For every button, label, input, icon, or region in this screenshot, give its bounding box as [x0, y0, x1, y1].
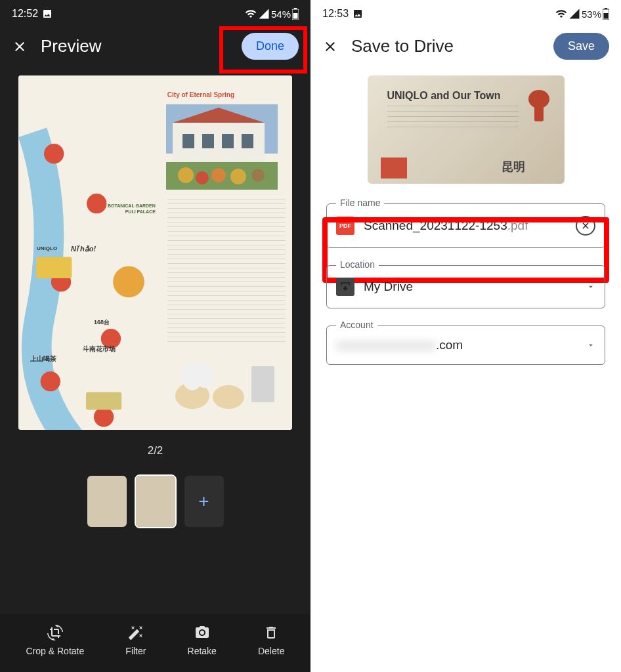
account-field[interactable]: Account xxxxxxxxxxxxxxxx.com: [326, 326, 605, 365]
status-bar-left: 12:52 54%: [0, 0, 310, 24]
chevron-down-icon: [586, 282, 595, 291]
svg-point-33: [528, 90, 549, 108]
save-screen: 12:53 53% Save to Drive Save UNIQLO and …: [310, 0, 621, 672]
crop-rotate-button[interactable]: Crop & Rotate: [26, 625, 85, 656]
map-label: BOTANICAL GARDEN: [108, 203, 156, 208]
filter-button[interactable]: Filter: [125, 625, 146, 656]
retake-button[interactable]: Retake: [188, 625, 217, 656]
label: Filter: [125, 646, 146, 656]
filename-ext: .pdf: [507, 219, 528, 232]
thumbnail-1[interactable]: [87, 476, 127, 527]
wifi-icon: [555, 8, 567, 20]
pdf-icon: PDF: [336, 217, 354, 235]
appbar-right: Save to Drive Save: [310, 24, 621, 69]
label: Delete: [258, 646, 284, 656]
clear-filename-button[interactable]: [576, 216, 595, 236]
svg-point-7: [41, 371, 60, 391]
svg-rect-34: [534, 106, 544, 121]
signal-icon: [258, 8, 270, 20]
account-value: xxxxxxxxxxxxxxxx.com: [336, 338, 577, 352]
map-label: UNIQLO: [37, 245, 57, 251]
thumbnail-strip: +: [18, 476, 292, 527]
svg-rect-29: [251, 366, 274, 402]
svg-point-28: [195, 362, 213, 388]
filename-value: Scanned_20231122-1253: [364, 219, 507, 232]
preview-title-text: UNIQLO and Our Town: [387, 90, 501, 102]
battery-text: 53%: [582, 9, 601, 20]
status-bar-right: 12:53 53%: [310, 0, 621, 24]
svg-point-8: [94, 407, 114, 427]
close-icon[interactable]: [12, 39, 28, 54]
thumbnail-2[interactable]: [136, 476, 175, 527]
preview-screen: 12:52 54% Preview Done: [0, 0, 310, 672]
signal-icon: [568, 8, 580, 20]
image-icon: [42, 9, 53, 19]
filter-icon: [128, 625, 144, 640]
preview-area: BOTANICAL GARDEN PULI PALACE UNIQLO Nǐ h…: [0, 69, 310, 534]
svg-rect-15: [182, 134, 194, 148]
svg-rect-31: [605, 8, 607, 9]
document-preview[interactable]: UNIQLO and Our Town 昆明: [368, 75, 565, 184]
done-button[interactable]: Done: [242, 33, 299, 60]
location-value: My Drive: [364, 280, 577, 294]
map-label: 斗南花市场: [83, 345, 116, 354]
account-blurred: xxxxxxxxxxxxxxxx: [336, 338, 436, 352]
svg-point-20: [178, 167, 194, 183]
camera-icon: [194, 625, 210, 640]
map-label: PULI PALACE: [125, 209, 156, 214]
map-label: 168台: [94, 318, 110, 327]
page-counter: 2/2: [18, 444, 292, 457]
preview-subtitle: 昆明: [502, 159, 525, 175]
svg-point-3: [44, 144, 64, 163]
save-button[interactable]: Save: [553, 33, 609, 60]
svg-rect-32: [604, 13, 609, 19]
image-icon: [353, 9, 363, 19]
map-label: 上山喝茶: [30, 354, 56, 364]
svg-point-26: [213, 385, 244, 409]
delete-button[interactable]: Delete: [258, 625, 284, 656]
chevron-down-icon: [586, 341, 595, 350]
svg-point-22: [211, 168, 226, 182]
trash-icon: [263, 625, 279, 640]
bottom-toolbar: Crop & Rotate Filter Retake Delete: [0, 614, 310, 672]
filename-input[interactable]: Scanned_20231122-1253.pdf: [364, 219, 567, 233]
close-icon: [580, 220, 591, 231]
appbar-left: Preview Done: [0, 24, 310, 69]
drive-icon: [336, 278, 354, 296]
svg-rect-16: [202, 134, 214, 148]
account-suffix: .com: [436, 338, 463, 352]
battery-icon: [603, 8, 609, 20]
clock: 12:53: [322, 8, 349, 20]
battery-icon: [292, 8, 299, 20]
svg-point-24: [251, 169, 265, 182]
account-label: Account: [336, 320, 377, 330]
filename-label: File name: [336, 198, 384, 208]
map-label: Nǐ hǎo!: [71, 245, 96, 253]
save-form: UNIQLO and Our Town 昆明 File name PDF Sca…: [310, 69, 621, 388]
svg-point-9: [113, 266, 144, 298]
crop-rotate-icon: [47, 625, 63, 640]
close-icon[interactable]: [322, 39, 338, 54]
location-field[interactable]: Location My Drive: [326, 265, 605, 308]
svg-point-23: [230, 169, 246, 184]
page-title: Save to Drive: [351, 36, 540, 56]
scanned-page-preview[interactable]: BOTANICAL GARDEN PULI PALACE UNIQLO Nǐ h…: [18, 75, 292, 430]
svg-rect-11: [86, 392, 121, 410]
add-page-button[interactable]: +: [184, 476, 224, 527]
svg-point-21: [196, 171, 209, 184]
location-label: Location: [336, 259, 379, 270]
label: Retake: [188, 646, 217, 656]
svg-rect-17: [222, 134, 234, 148]
wifi-icon: [245, 8, 257, 20]
page-title: Preview: [41, 36, 228, 56]
label: Crop & Rotate: [26, 646, 85, 656]
page-heading: City of Eternal Spring: [167, 91, 234, 98]
svg-rect-2: [293, 13, 298, 19]
filename-field[interactable]: File name PDF Scanned_20231122-1253.pdf: [326, 203, 605, 248]
svg-rect-1: [294, 8, 297, 9]
svg-point-4: [87, 194, 106, 213]
battery-text: 54%: [271, 9, 291, 20]
svg-rect-10: [36, 257, 72, 278]
clock: 12:52: [12, 8, 38, 20]
svg-rect-18: [242, 134, 253, 148]
